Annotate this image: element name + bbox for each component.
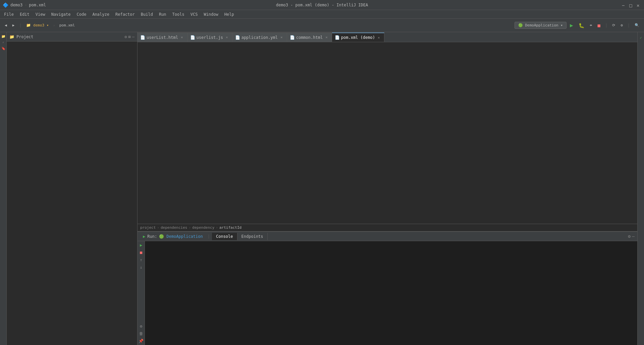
- editor-area: 📄 userList.html × 📄 userlist.js × 📄 appl…: [138, 32, 637, 231]
- project-panel: 📁 Project ⚙ ⊞ —: [7, 32, 138, 345]
- menu-analyze[interactable]: Analyze: [90, 11, 112, 18]
- project-close-icon[interactable]: —: [132, 34, 135, 39]
- project-panel-title: Project: [16, 34, 34, 39]
- tab-userlist-html[interactable]: 📄 userList.html ×: [138, 32, 187, 42]
- code-view: [138, 42, 637, 224]
- menu-file[interactable]: File: [1, 11, 16, 18]
- console-stop-btn[interactable]: ■: [139, 250, 144, 255]
- project-tree: [7, 42, 137, 345]
- tab-common-html[interactable]: 📄 common.html ×: [287, 32, 332, 42]
- right-sidebar-icons: ✓: [637, 32, 644, 345]
- tab-label-userlist: userList.html: [147, 35, 178, 40]
- console-scroll-down[interactable]: ↓: [139, 265, 144, 270]
- breadcrumb-dependencies[interactable]: dependencies: [161, 225, 187, 230]
- console-tab[interactable]: Console: [212, 233, 237, 240]
- sync-button[interactable]: ⟳: [610, 22, 617, 28]
- menu-vcs[interactable]: VCS: [188, 11, 201, 18]
- project-name: demo3: [10, 3, 22, 7]
- right-checkmark-icon[interactable]: ✓: [638, 35, 644, 40]
- console-settings[interactable]: ⚙: [139, 324, 144, 329]
- minimize-button[interactable]: −: [622, 3, 627, 7]
- run-button[interactable]: ▶: [568, 21, 575, 29]
- tab-close-userlist-js[interactable]: ×: [226, 35, 228, 40]
- endpoints-tab[interactable]: Endpoints: [237, 233, 268, 240]
- window-title: demo3 - pom.xml (demo) - IntelliJ IDEA: [276, 3, 368, 7]
- run-label: ▶ Run: 🟢 DemoApplication: [140, 234, 206, 239]
- run-play-icon: ▶: [143, 234, 145, 239]
- menu-help[interactable]: Help: [222, 11, 237, 18]
- toolbar-file[interactable]: pom.xml: [57, 22, 77, 28]
- menu-window[interactable]: Window: [201, 11, 221, 18]
- tab-close-application-yml[interactable]: ×: [280, 35, 283, 40]
- project-panel-icon: 📁: [9, 34, 14, 39]
- console-run-btn[interactable]: ▶: [139, 243, 144, 248]
- tab-pom-xml[interactable]: 📄 pom.xml (demo) ×: [332, 32, 384, 42]
- breadcrumb-project[interactable]: project: [140, 225, 156, 230]
- debug-button[interactable]: 🐛: [577, 22, 586, 29]
- console-pin[interactable]: 📌: [139, 338, 144, 344]
- menu-code[interactable]: Code: [74, 11, 89, 18]
- tab-label-common-html: common.html: [296, 35, 323, 40]
- menu-build[interactable]: Build: [138, 11, 156, 18]
- tab-label-application-yml: application.yml: [241, 35, 278, 40]
- toolbar-forward[interactable]: ▶: [10, 22, 17, 28]
- run-config-dropdown[interactable]: 🟢 DemoApplication ▾: [515, 22, 567, 29]
- menu-edit[interactable]: Edit: [17, 11, 32, 18]
- toolbar-project[interactable]: 📁 demo3 ▾: [24, 22, 51, 28]
- project-layout-icon[interactable]: ⊞: [128, 34, 131, 39]
- console-scroll-up[interactable]: ↑: [139, 257, 144, 263]
- console-clear[interactable]: 🗑: [139, 331, 144, 336]
- menu-refactor[interactable]: Refactor: [113, 11, 138, 18]
- tab-userlist-js[interactable]: 📄 userlist.js ×: [187, 32, 232, 42]
- settings-button[interactable]: ⚙: [619, 22, 625, 28]
- bottom-tabs-bar: ▶ Run: 🟢 DemoApplication | Console Endpo…: [138, 232, 637, 241]
- main-layout: 📁 ⚡ 🔖 📁 Project ⚙ ⊞ —: [0, 32, 644, 345]
- tab-application-yml[interactable]: 📄 application.yml ×: [232, 32, 287, 42]
- window-controls: − □ ✕: [622, 3, 641, 7]
- tab-close-pom-xml[interactable]: ×: [378, 36, 380, 40]
- search-everywhere[interactable]: 🔍: [633, 22, 641, 28]
- close-button[interactable]: ✕: [637, 3, 641, 7]
- maximize-button[interactable]: □: [629, 3, 634, 7]
- project-panel-header: 📁 Project ⚙ ⊞ —: [7, 32, 137, 42]
- coverage-button[interactable]: ☂: [588, 22, 594, 29]
- project-icon[interactable]: 📁: [1, 33, 6, 39]
- app-icon: 🔷: [3, 2, 8, 8]
- breadcrumb-dependency[interactable]: dependency: [192, 225, 214, 230]
- title-bar-left: 🔷 demo3 › pom.xml: [3, 2, 46, 8]
- toolbar-back[interactable]: ◀: [3, 22, 9, 28]
- title-bar: 🔷 demo3 › pom.xml demo3 - pom.xml (demo)…: [0, 0, 644, 10]
- menu-view[interactable]: View: [33, 11, 48, 18]
- bookmarks-icon[interactable]: 🔖: [1, 46, 6, 51]
- menu-bar: File Edit View Navigate Code Analyze Ref…: [0, 10, 644, 19]
- console-content: [145, 241, 637, 345]
- project-settings-icon[interactable]: ⚙: [124, 34, 127, 39]
- menu-run[interactable]: Run: [156, 11, 169, 18]
- menu-navigate[interactable]: Navigate: [49, 11, 73, 18]
- tab-close-common-html[interactable]: ×: [325, 35, 328, 40]
- tab-label-userlist-js: userlist.js: [197, 35, 223, 40]
- file-name: pom.xml: [29, 3, 46, 7]
- editor-tabs: 📄 userList.html × 📄 userlist.js × 📄 appl…: [138, 32, 637, 42]
- console-action-buttons: ▶ ■ ↑ ↓ ⚙ 🗑 📌: [138, 241, 145, 345]
- bottom-minimize-icon[interactable]: —: [632, 234, 635, 239]
- bottom-panel: ▶ Run: 🟢 DemoApplication | Console Endpo…: [138, 231, 637, 345]
- menu-tools[interactable]: Tools: [170, 11, 187, 18]
- left-sidebar-icons: 📁 ⚡ 🔖: [0, 32, 7, 345]
- toolbar: ◀ ▶ | 📁 demo3 ▾ › pom.xml 🟢 DemoApplicat…: [0, 19, 644, 32]
- run-app-name: 🟢 DemoApplication: [159, 234, 203, 239]
- run-config-name: Run:: [147, 234, 157, 239]
- breadcrumb: project › dependencies › dependency › ar…: [138, 224, 637, 231]
- tab-label-pom-xml: pom.xml (demo): [341, 35, 375, 40]
- console-main: ▶ ■ ↑ ↓ ⚙ 🗑 📌: [138, 241, 637, 345]
- stop-button[interactable]: ■: [595, 22, 602, 29]
- structure-icon[interactable]: ⚡: [1, 40, 6, 45]
- tab-close-userlist[interactable]: ×: [181, 35, 183, 40]
- bottom-settings-icon[interactable]: ⚙: [628, 234, 631, 239]
- breadcrumb-artifactid[interactable]: artifactId: [219, 225, 241, 230]
